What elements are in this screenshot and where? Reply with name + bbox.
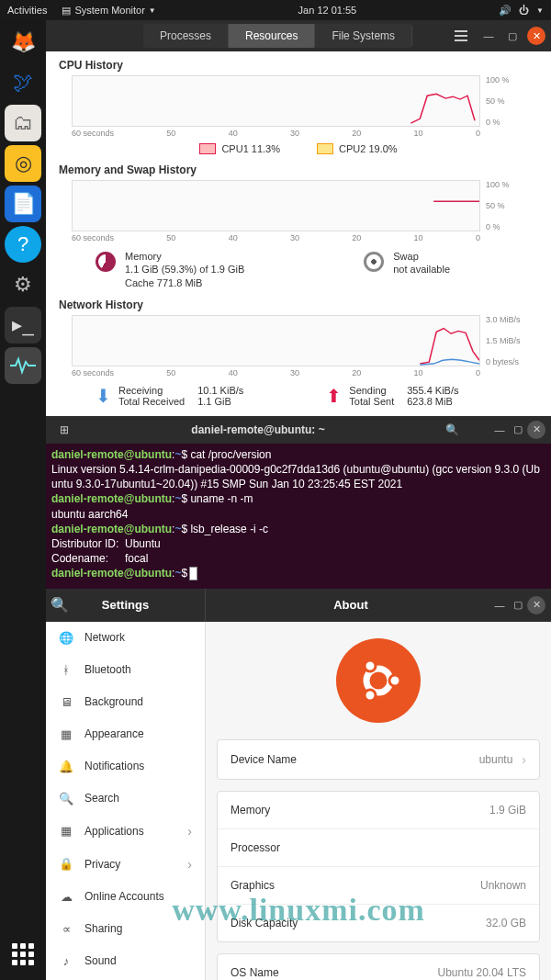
system-monitor-window: Processes Resources File Systems — ▢ ✕ C… <box>46 20 551 416</box>
ubuntu-logo-icon <box>336 638 421 723</box>
hamburger-menu[interactable] <box>467 419 489 441</box>
close-button[interactable]: ✕ <box>527 421 545 439</box>
volume-icon[interactable]: 🔊 <box>499 5 512 17</box>
dock-rhythmbox[interactable]: ◎ <box>5 145 41 182</box>
system-monitor-headerbar: Processes Resources File Systems — ▢ ✕ <box>46 20 551 51</box>
search-button[interactable]: 🔍 <box>441 419 463 441</box>
sidebar-item-label: Privacy <box>84 858 120 871</box>
terminal-window: ⊞ daniel-remote@ubuntu: ~ 🔍 — ▢ ✕ daniel… <box>46 416 551 589</box>
chevron-right-icon: › <box>187 824 192 839</box>
sidebar-icon: ☁ <box>59 890 73 904</box>
maximize-button[interactable]: ▢ <box>509 421 527 439</box>
minimize-button[interactable]: — <box>490 421 509 439</box>
spec-row-disk-capacity: Disk Capacity32.0 GB <box>218 905 539 941</box>
minimize-button[interactable]: — <box>479 27 498 45</box>
chevron-down-icon: ▼ <box>536 6 544 15</box>
dock-system-monitor[interactable] <box>5 347 41 384</box>
maximize-button[interactable]: ▢ <box>503 27 522 45</box>
new-tab-button[interactable]: ⊞ <box>53 419 75 441</box>
tab-resources[interactable]: Resources <box>229 24 315 48</box>
show-applications-button[interactable] <box>5 936 41 973</box>
sidebar-item-privacy[interactable]: 🔒Privacy› <box>46 848 205 881</box>
sidebar-item-applications[interactable]: ▦Applications› <box>46 815 205 848</box>
maximize-button[interactable]: ▢ <box>509 596 527 614</box>
sidebar-item-label: Appearance <box>84 727 144 740</box>
network-icon[interactable]: ⏻ <box>519 5 529 16</box>
close-button[interactable]: ✕ <box>527 27 545 45</box>
cpu-chart <box>72 75 480 127</box>
swap-icon <box>364 252 384 272</box>
svg-point-2 <box>389 675 400 686</box>
tab-processes[interactable]: Processes <box>143 24 229 48</box>
spec-row-memory: Memory1.9 GiB <box>218 792 539 829</box>
sidebar-item-online-accounts[interactable]: ☁Online Accounts <box>46 881 205 913</box>
memory-indicator: Memory 1.1 GiB (59.3%) of 1.9 GiB Cache … <box>96 250 244 289</box>
dock-firefox[interactable]: 🦊 <box>5 24 41 61</box>
sidebar-icon: ∝ <box>59 922 73 936</box>
cursor <box>190 568 197 580</box>
cpu-x-axis: 60 seconds50403020100 <box>72 129 480 138</box>
settings-sidebar: 🌐NetworkᚼBluetooth🖥Background▦Appearance… <box>46 622 206 980</box>
sidebar-item-network[interactable]: 🌐Network <box>46 622 205 654</box>
search-button[interactable]: 🔍 <box>46 591 73 619</box>
specs-card: Memory1.9 GiBProcessorGraphicsUnknownDis… <box>217 791 540 942</box>
minimize-button[interactable]: — <box>490 596 509 614</box>
view-tabs: Processes Resources File Systems <box>143 24 412 48</box>
sidebar-icon: ᚼ <box>59 663 73 677</box>
os-card: OS Name Ubuntu 20.04 LTS <box>217 953 540 980</box>
swap-indicator: Swap not available <box>364 250 450 289</box>
sidebar-item-background[interactable]: 🖥Background <box>46 686 205 718</box>
network-y-axis: 3.0 MiB/s1.5 MiB/s0 bytes/s <box>486 315 526 366</box>
svg-point-4 <box>365 690 376 701</box>
sidebar-item-sharing[interactable]: ∝Sharing <box>46 913 205 945</box>
pulse-icon <box>10 356 36 375</box>
sidebar-icon: 🔍 <box>59 792 73 805</box>
dock-files[interactable]: 🗂 <box>5 105 41 141</box>
about-title: About <box>211 598 490 612</box>
sidebar-icon: 🌐 <box>59 631 73 645</box>
chevron-right-icon: › <box>522 752 526 767</box>
memory-pie-icon <box>96 252 116 272</box>
swatch-cpu2 <box>317 143 333 154</box>
app-indicator[interactable]: ▤ System Monitor ▼ <box>62 5 155 17</box>
sidebar-item-appearance[interactable]: ▦Appearance <box>46 718 205 750</box>
hamburger-menu[interactable] <box>450 25 472 47</box>
settings-headerbar: 🔍 Settings About — ▢ ✕ <box>46 589 551 622</box>
svg-point-3 <box>365 660 376 671</box>
terminal-headerbar: ⊞ daniel-remote@ubuntu: ~ 🔍 — ▢ ✕ <box>46 416 551 444</box>
sidebar-icon: 🔔 <box>59 760 73 773</box>
sidebar-item-label: Search <box>84 792 119 805</box>
activities-button[interactable]: Activities <box>7 5 47 16</box>
sidebar-item-label: Sound <box>84 954 117 967</box>
dock-help[interactable]: ? <box>5 226 41 263</box>
network-chart <box>72 315 480 366</box>
tab-filesystems[interactable]: File Systems <box>315 24 412 48</box>
sidebar-icon: ♪ <box>59 954 73 968</box>
sidebar-icon: ▦ <box>59 824 73 838</box>
receiving-stats: ⬇ ReceivingTotal Received 10.1 KiB/s1.1 … <box>96 385 243 407</box>
gnome-topbar: Activities ▤ System Monitor ▼ Jan 12 01:… <box>0 0 551 20</box>
cpu-legend: CPU1 11.3% CPU2 19.0% <box>59 143 538 154</box>
spec-row-graphics: GraphicsUnknown <box>218 867 539 905</box>
hamburger-menu[interactable] <box>177 591 205 619</box>
close-button[interactable]: ✕ <box>527 596 545 614</box>
dock-settings[interactable]: ⚙ <box>5 266 41 303</box>
device-name-card[interactable]: Device Name ubuntu › <box>217 739 540 780</box>
sidebar-item-bluetooth[interactable]: ᚼBluetooth <box>46 654 205 686</box>
dock-thunderbird[interactable]: 🕊 <box>5 64 41 101</box>
memory-history-title: Memory and Swap History <box>59 163 538 176</box>
settings-window: 🔍 Settings About — ▢ ✕ 🌐NetworkᚼBluetoot… <box>46 589 551 980</box>
sidebar-item-search[interactable]: 🔍Search <box>46 783 205 815</box>
sidebar-icon: ▦ <box>59 727 73 741</box>
terminal-output[interactable]: daniel-remote@ubuntu:~$ cat /proc/versio… <box>46 444 551 589</box>
memory-chart <box>72 180 480 231</box>
sidebar-item-notifications[interactable]: 🔔Notifications <box>46 750 205 783</box>
network-history-title: Network History <box>59 299 538 311</box>
sidebar-item-label: Applications <box>84 825 144 838</box>
about-panel: Device Name ubuntu › Memory1.9 GiBProces… <box>206 622 551 980</box>
memory-x-axis: 60 seconds50403020100 <box>72 233 480 242</box>
dock-terminal[interactable]: ▸_ <box>5 307 41 344</box>
clock[interactable]: Jan 12 01:55 <box>156 5 499 16</box>
sidebar-item-sound[interactable]: ♪Sound <box>46 945 205 977</box>
dock-writer[interactable]: 📄 <box>5 186 41 222</box>
